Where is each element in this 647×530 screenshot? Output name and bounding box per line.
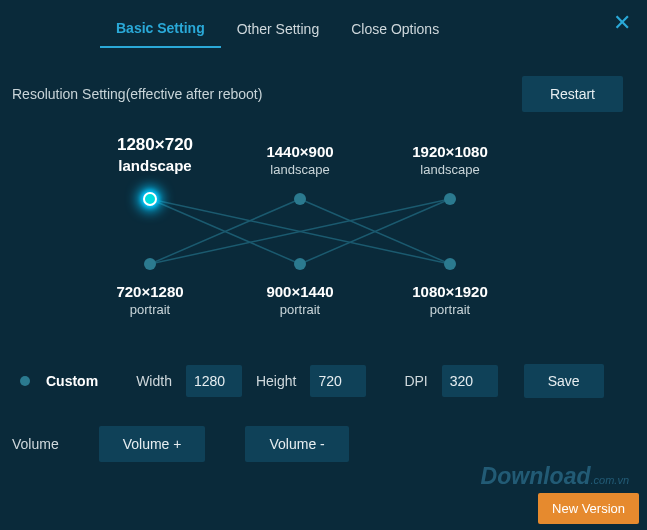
- svg-line-0: [150, 199, 300, 264]
- tab-close-options[interactable]: Close Options: [335, 13, 455, 47]
- resolution-node-selected[interactable]: [143, 192, 157, 206]
- resolution-orient: portrait: [430, 302, 470, 317]
- volume-label: Volume: [12, 436, 59, 452]
- resolution-option-720x1280-portrait[interactable]: 720×1280 portrait: [100, 282, 200, 318]
- custom-resolution-row: Custom Width Height DPI Save: [0, 334, 647, 412]
- close-icon[interactable]: ✕: [613, 10, 631, 36]
- resolution-node[interactable]: [444, 258, 456, 270]
- resolution-option-1280x720-landscape[interactable]: 1280×720 landscape: [100, 134, 210, 176]
- svg-line-1: [150, 199, 450, 264]
- dpi-label: DPI: [404, 373, 427, 389]
- resolution-option-1920x1080-landscape[interactable]: 1920×1080 landscape: [400, 142, 500, 178]
- svg-line-4: [150, 199, 450, 264]
- volume-up-button[interactable]: Volume +: [99, 426, 206, 462]
- resolution-size: 1080×1920: [400, 282, 500, 302]
- svg-line-3: [300, 199, 450, 264]
- resolution-orient: landscape: [270, 162, 329, 177]
- resolution-node[interactable]: [444, 193, 456, 205]
- resolution-orient: landscape: [118, 157, 191, 174]
- svg-line-5: [300, 199, 450, 264]
- resolution-size: 1280×720: [117, 135, 193, 154]
- resolution-node[interactable]: [294, 258, 306, 270]
- resolution-title: Resolution Setting(effective after reboo…: [12, 86, 262, 102]
- custom-radio-dot[interactable]: [20, 376, 30, 386]
- width-label: Width: [136, 373, 172, 389]
- height-label: Height: [256, 373, 296, 389]
- resolution-orient: landscape: [420, 162, 479, 177]
- custom-label: Custom: [46, 373, 98, 389]
- resolution-size: 1920×1080: [400, 142, 500, 162]
- width-input[interactable]: [186, 365, 242, 397]
- resolution-node[interactable]: [294, 193, 306, 205]
- resolution-size: 900×1440: [250, 282, 350, 302]
- height-input[interactable]: [310, 365, 366, 397]
- svg-line-2: [150, 199, 300, 264]
- save-button[interactable]: Save: [524, 364, 604, 398]
- tab-other-setting[interactable]: Other Setting: [221, 13, 336, 47]
- resolution-orient: portrait: [130, 302, 170, 317]
- resolution-option-1080x1920-portrait[interactable]: 1080×1920 portrait: [400, 282, 500, 318]
- tab-basic-setting[interactable]: Basic Setting: [100, 12, 221, 48]
- dpi-input[interactable]: [442, 365, 498, 397]
- resolution-header: Resolution Setting(effective after reboo…: [0, 48, 647, 124]
- resolution-size: 1440×900: [250, 142, 350, 162]
- tabs-bar: Basic Setting Other Setting Close Option…: [0, 0, 647, 48]
- resolution-size: 720×1280: [100, 282, 200, 302]
- resolution-option-900x1440-portrait[interactable]: 900×1440 portrait: [250, 282, 350, 318]
- restart-button[interactable]: Restart: [522, 76, 623, 112]
- resolution-option-1440x900-landscape[interactable]: 1440×900 landscape: [250, 142, 350, 178]
- resolution-orient: portrait: [280, 302, 320, 317]
- volume-down-button[interactable]: Volume -: [245, 426, 348, 462]
- resolution-node[interactable]: [144, 258, 156, 270]
- volume-row: Volume Volume + Volume -: [0, 412, 647, 476]
- resolution-selector: 1280×720 landscape 1440×900 landscape 19…: [0, 134, 647, 334]
- new-version-button[interactable]: New Version: [538, 493, 639, 524]
